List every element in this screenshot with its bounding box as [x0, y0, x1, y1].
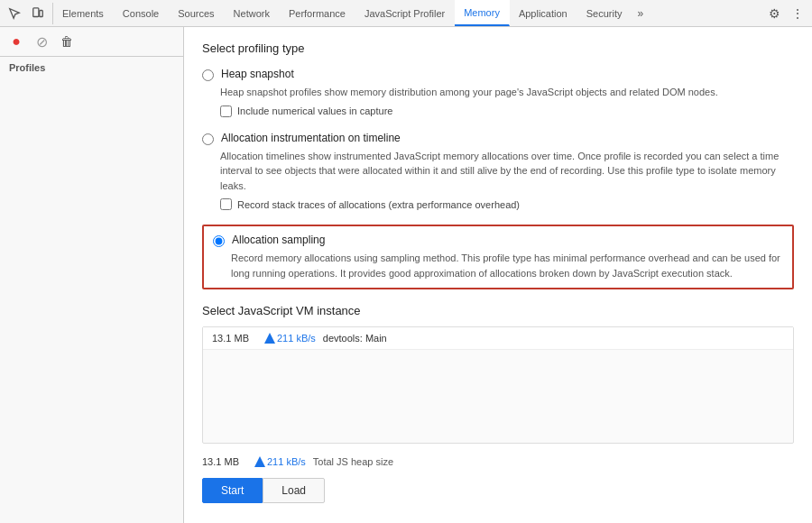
allocation-sampling-radio[interactable]: [213, 235, 225, 247]
record-button[interactable]: ●: [5, 31, 27, 52]
allocation-instrumentation-option: Allocation instrumentation on timeline A…: [202, 132, 794, 211]
stop-button[interactable]: ⊘: [31, 31, 52, 52]
settings-button[interactable]: ⚙: [763, 3, 785, 24]
vm-name: devtools: Main: [323, 333, 387, 344]
footer-stats: 13.1 MB 211 kB/s Total JS heap size: [202, 456, 794, 467]
vm-section-title: Select JavaScript VM instance: [202, 304, 794, 317]
clear-button[interactable]: 🗑: [56, 31, 78, 52]
heap-snapshot-label[interactable]: Heap snapshot: [221, 68, 294, 80]
tab-console[interactable]: Console: [114, 0, 169, 26]
sidebar: ● ⊘ 🗑 Profiles: [0, 27, 184, 523]
footer-rate-value: 211 kB/s: [267, 456, 306, 467]
tab-performance[interactable]: Performance: [280, 0, 355, 26]
device-toolbar-icon[interactable]: [27, 3, 49, 24]
stack-traces-label[interactable]: Record stack traces of allocations (extr…: [237, 199, 520, 210]
sidebar-toolbar: ● ⊘ 🗑: [0, 27, 183, 57]
svg-rect-0: [33, 7, 39, 16]
allocation-sampling-desc: Record memory allocations using sampling…: [231, 251, 783, 280]
tab-elements[interactable]: Elements: [53, 0, 114, 26]
tab-application[interactable]: Application: [510, 0, 577, 26]
vm-list: 13.1 MB 211 kB/s devtools: Main: [202, 326, 794, 444]
tab-network[interactable]: Network: [225, 0, 280, 26]
toolbar-right: ⚙ ⋮: [760, 3, 812, 24]
vm-item[interactable]: 13.1 MB 211 kB/s devtools: Main: [203, 327, 793, 350]
allocation-instrumentation-desc: Allocation timelines show instrumented J…: [220, 149, 794, 194]
main-area: ● ⊘ 🗑 Profiles Select profiling type Hea…: [0, 27, 812, 523]
action-buttons: Start Load: [202, 478, 794, 503]
nav-tabs: Elements Console Sources Network Perform…: [53, 0, 760, 26]
tab-sources[interactable]: Sources: [169, 0, 224, 26]
tab-security[interactable]: Security: [577, 0, 632, 26]
vm-rate-value: 211 kB/s: [277, 333, 316, 344]
allocation-instrumentation-label[interactable]: Allocation instrumentation on timeline: [221, 132, 401, 144]
stack-traces-suboption: Record stack traces of allocations (extr…: [220, 198, 794, 210]
footer-label: Total JS heap size: [313, 456, 393, 467]
more-tabs-button[interactable]: »: [632, 0, 649, 26]
devtools-toolbar: Elements Console Sources Network Perform…: [0, 0, 812, 27]
content-panel: Select profiling type Heap snapshot Heap…: [184, 27, 812, 523]
tab-javascript-profiler[interactable]: JavaScript Profiler: [355, 0, 455, 26]
stack-traces-checkbox[interactable]: [220, 198, 232, 210]
footer-rate-icon: [254, 456, 265, 467]
footer-rate: 211 kB/s: [254, 456, 306, 467]
heap-snapshot-suboption: Include numerical values in capture: [220, 106, 794, 117]
more-options-button[interactable]: ⋮: [787, 3, 808, 24]
svg-rect-1: [40, 10, 43, 16]
vm-size: 13.1 MB: [212, 333, 257, 344]
start-button[interactable]: Start: [202, 478, 263, 503]
tab-memory[interactable]: Memory: [455, 0, 510, 26]
vm-rate-icon: [264, 333, 275, 344]
footer-size: 13.1 MB: [202, 456, 247, 467]
allocation-sampling-selected-box: Allocation sampling Record memory alloca…: [202, 225, 794, 289]
numerical-values-checkbox[interactable]: [220, 106, 232, 117]
section-title: Select profiling type: [202, 41, 794, 55]
heap-snapshot-option: Heap snapshot Heap snapshot profiles sho…: [202, 68, 794, 117]
allocation-sampling-row: Allocation sampling: [213, 234, 783, 247]
inspect-icon[interactable]: [4, 3, 25, 24]
heap-snapshot-desc: Heap snapshot profiles show memory distr…: [220, 85, 794, 100]
toolbar-icons: [0, 3, 53, 24]
heap-snapshot-radio[interactable]: [202, 69, 214, 81]
allocation-instrumentation-row: Allocation instrumentation on timeline: [202, 132, 794, 145]
allocation-sampling-label[interactable]: Allocation sampling: [232, 234, 325, 246]
load-button[interactable]: Load: [263, 478, 325, 503]
allocation-instrumentation-radio[interactable]: [202, 133, 214, 145]
vm-rate: 211 kB/s: [264, 333, 316, 344]
heap-snapshot-row: Heap snapshot: [202, 68, 794, 81]
profiles-label: Profiles: [0, 57, 183, 78]
numerical-values-label[interactable]: Include numerical values in capture: [237, 106, 392, 116]
